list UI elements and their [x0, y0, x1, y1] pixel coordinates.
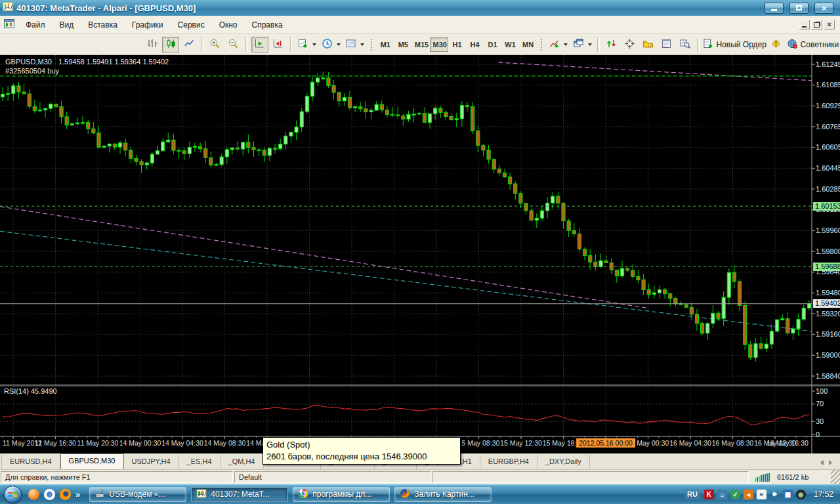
windows-flag-icon — [8, 490, 18, 499]
new-order-button[interactable]: Новый Ордер — [703, 37, 766, 52]
templates-button[interactable] — [344, 37, 367, 52]
tray-icon-network-agent[interactable]: ⌂ — [717, 490, 727, 499]
timeframe-M15[interactable]: M15 — [412, 37, 430, 52]
quick-launch-overflow-chevron[interactable]: » — [75, 490, 80, 499]
chart-shift-button[interactable] — [270, 37, 287, 52]
expert-advisors-button[interactable]: Советники — [786, 37, 839, 52]
taskbar-button-metatrader[interactable]: 401307: MetaT... — [191, 487, 288, 502]
data-window-button[interactable] — [658, 37, 675, 52]
window-minimize-button[interactable] — [765, 3, 784, 14]
menu-Окно[interactable]: Окно — [212, 18, 245, 32]
taskbar-button-firefox[interactable]: Залить Картин... — [394, 487, 492, 502]
strategy-tester-button[interactable] — [677, 37, 694, 52]
tray-icon-update-check[interactable]: ✓ — [730, 490, 740, 499]
indicators-button[interactable] — [547, 37, 570, 52]
rsi-tick: 100 — [816, 387, 828, 396]
menu-Вид[interactable]: Вид — [52, 18, 81, 32]
resize-grip[interactable] — [831, 470, 840, 484]
price-tick: 1.59960 — [816, 226, 840, 235]
new-chart-button[interactable] — [295, 37, 318, 52]
bar-chart-button[interactable] — [144, 37, 161, 52]
tab--QM-H4[interactable]: _QM,H4 — [220, 455, 264, 469]
timeframe-H1[interactable]: H1 — [448, 37, 466, 52]
timeframe-M30[interactable]: M30 — [430, 37, 448, 52]
auto-scroll-button[interactable] — [251, 37, 268, 52]
menu-Справка[interactable]: Справка — [245, 18, 290, 32]
zoom-out-button[interactable] — [225, 37, 242, 52]
zoom-in-button[interactable] — [207, 37, 224, 52]
chart-restore-button[interactable] — [811, 20, 822, 30]
taskbar-button-modem[interactable]: USB-модем «... — [89, 487, 186, 502]
toolbar-grip[interactable] — [540, 38, 543, 51]
menu-Вставка[interactable]: Вставка — [81, 18, 125, 32]
periods-button[interactable] — [320, 37, 343, 52]
arrange-windows-button[interactable] — [571, 37, 594, 52]
dropdown-arrow-icon[interactable] — [564, 43, 568, 46]
taskbar-button-label: программы дл... — [312, 490, 371, 499]
status-bar: Для справки, нажмите F1 Default 6161/2 k… — [0, 470, 840, 484]
price-tick: 1.60445 — [816, 164, 840, 173]
tray-icon-dictionary[interactable]: ≡ — [757, 490, 766, 499]
tab--ES-H4[interactable]: _ES,H4 — [179, 455, 220, 469]
menu-Графики[interactable]: Графики — [125, 18, 171, 32]
connection-status: 6161/2 kb — [749, 471, 814, 483]
tester-icon — [679, 38, 690, 51]
start-button[interactable] — [4, 486, 22, 503]
tab-EURUSD-H4[interactable]: EURUSD,H4 — [1, 455, 60, 469]
tick-arrows-button[interactable] — [603, 37, 620, 52]
timeframe-W1[interactable]: W1 — [501, 37, 519, 52]
autoscroll-icon — [254, 38, 265, 51]
price-scale[interactable]: 1.612451.610851.609251.607651.606051.604… — [812, 55, 840, 453]
tray-icon-volume-orange[interactable]: ◂ — [744, 490, 753, 499]
tray-icon-display[interactable]: ▦ — [783, 490, 793, 499]
timeframe-D1[interactable]: D1 — [484, 37, 501, 52]
tab--DXY-Daily[interactable]: _DXY,Daily — [537, 455, 590, 469]
tab-GBPUSD-M30[interactable]: GBPUSD,M30 — [60, 453, 124, 469]
menu-Сервис[interactable]: Сервис — [171, 18, 212, 32]
status-profile[interactable]: Default — [234, 471, 431, 483]
chart-system-menu-icon[interactable] — [4, 18, 14, 32]
timeframe-M5[interactable]: M5 — [394, 37, 412, 52]
candlestick-chart-button[interactable] — [162, 37, 179, 52]
alerts-button[interactable] — [768, 37, 785, 52]
tab-EURGBP-H4[interactable]: EURGBP,H4 — [480, 455, 537, 469]
tray-icon-volume[interactable]: 🕪 — [770, 490, 780, 499]
dropdown-arrow-icon[interactable] — [360, 43, 364, 46]
language-indicator[interactable]: RU — [684, 489, 700, 499]
tab-scroll-left-icon[interactable] — [820, 460, 824, 465]
window-close-button[interactable]: × — [814, 3, 833, 14]
quick-launch-firefox-icon[interactable] — [60, 489, 71, 500]
toolbar-grip[interactable] — [370, 38, 373, 51]
toolbar: M1M5M15M30H1H4D1W1MNНовый ОрдерСоветники — [0, 34, 840, 55]
new-order-button-label: Новый Ордер — [716, 40, 766, 49]
price-chart[interactable] — [0, 55, 840, 453]
price-tick: 1.60605 — [816, 143, 840, 152]
dropdown-arrow-icon[interactable] — [312, 43, 316, 46]
timeframe-H4[interactable]: H4 — [466, 37, 484, 52]
tab-scroll-right-icon[interactable] — [829, 460, 832, 465]
tray-icon-kaspersky[interactable]: K — [704, 490, 714, 499]
line-chart-button[interactable] — [180, 37, 198, 52]
quick-launch-chrome-icon[interactable] — [44, 489, 55, 500]
dropdown-arrow-icon[interactable] — [337, 43, 341, 46]
rsi-tick: 30 — [816, 417, 824, 426]
chart-close-button[interactable]: × — [824, 20, 835, 30]
timeframe-MN[interactable]: MN — [519, 37, 537, 52]
chart-minimize-button[interactable] — [799, 20, 810, 30]
chart-area[interactable]: GBPUSD,M301.59458 1.59491 1.59364 1.5940… — [0, 55, 840, 453]
price-tick: 1.59320 — [816, 310, 840, 318]
favorites-button[interactable] — [640, 37, 657, 52]
menu-Файл[interactable]: Файл — [18, 18, 52, 32]
taskbar-button-chrome[interactable]: программы дл... — [293, 487, 390, 502]
addind-icon — [549, 38, 560, 51]
neworder-icon — [702, 38, 713, 51]
crosshair-button[interactable] — [621, 37, 639, 52]
tray-icon-camera[interactable]: ◉ — [796, 490, 806, 499]
window-maximize-button[interactable] — [789, 3, 808, 14]
tab-USDJPY-H4[interactable]: USDJPY,H4 — [124, 455, 179, 469]
dropdown-arrow-icon[interactable] — [588, 43, 592, 46]
timeframe-M1[interactable]: M1 — [377, 37, 394, 52]
toolbar-separator — [290, 37, 293, 52]
taskbar-clock[interactable]: 17:52 — [814, 490, 833, 499]
quick-launch-app-orange-icon[interactable] — [28, 489, 39, 500]
